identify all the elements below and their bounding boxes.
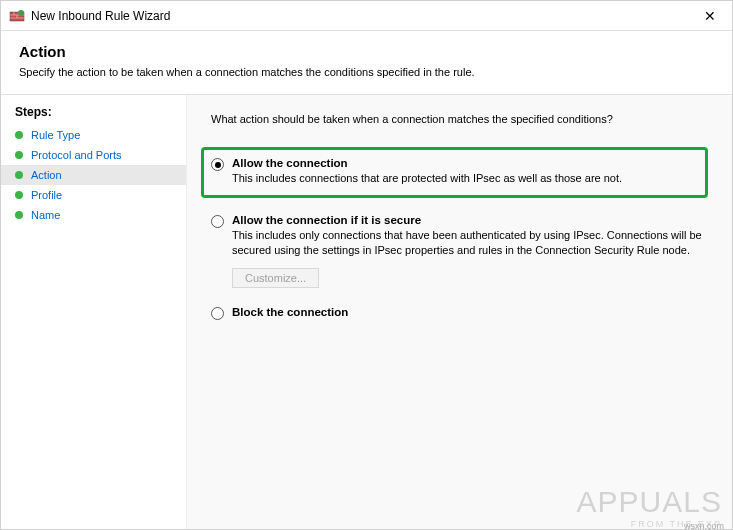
wizard-header: Action Specify the action to be taken wh… [1,31,732,95]
window-title: New Inbound Rule Wizard [31,9,170,23]
main-panel: What action should be taken when a conne… [187,95,732,529]
title-bar: New Inbound Rule Wizard ✕ [1,1,732,31]
radio-block[interactable] [211,307,224,320]
page-subtitle: Specify the action to be taken when a co… [19,66,714,78]
option-title: Allow the connection if it is secure [232,214,702,226]
action-options: Allow the connection This includes conne… [211,149,702,320]
steps-heading: Steps: [1,103,186,125]
option-content: Allow the connection This includes conne… [232,157,696,186]
step-bullet-icon [15,211,23,219]
close-button[interactable]: ✕ [687,1,732,31]
radio-allow[interactable] [211,158,224,171]
option-allow-secure[interactable]: Allow the connection if it is secure Thi… [211,214,702,288]
option-description: This includes connections that are prote… [232,171,696,186]
sidebar-item-action[interactable]: Action [1,165,186,185]
option-title: Block the connection [232,306,702,318]
option-content: Block the connection [232,306,702,320]
sidebar-item-name[interactable]: Name [1,205,186,225]
sidebar-item-protocol-ports[interactable]: Protocol and Ports [1,145,186,165]
step-bullet-icon [15,191,23,199]
steps-sidebar: Steps: Rule Type Protocol and Ports Acti… [1,95,187,529]
watermark-brand: APPUALS [577,485,722,519]
step-bullet-icon [15,131,23,139]
sidebar-item-label: Profile [31,189,62,201]
step-bullet-icon [15,151,23,159]
option-title: Allow the connection [232,157,696,169]
option-block-connection[interactable]: Block the connection [211,306,702,320]
svg-point-6 [18,10,24,16]
sidebar-item-rule-type[interactable]: Rule Type [1,125,186,145]
watermark-site: wsxn.com [684,521,724,530]
customize-button: Customize... [232,268,319,288]
wizard-dialog: New Inbound Rule Wizard ✕ Action Specify… [0,0,733,530]
step-bullet-icon [15,171,23,179]
sidebar-item-label: Rule Type [31,129,80,141]
page-title: Action [19,43,714,60]
sidebar-item-label: Protocol and Ports [31,149,122,161]
option-allow-connection[interactable]: Allow the connection This includes conne… [203,149,706,196]
option-content: Allow the connection if it is secure Thi… [232,214,702,288]
radio-allow-secure[interactable] [211,215,224,228]
option-description: This includes only connections that have… [232,228,702,258]
sidebar-item-label: Action [31,169,62,181]
sidebar-item-label: Name [31,209,60,221]
action-question: What action should be taken when a conne… [211,113,702,125]
sidebar-item-profile[interactable]: Profile [1,185,186,205]
firewall-icon [9,8,25,24]
wizard-body: Steps: Rule Type Protocol and Ports Acti… [1,95,732,529]
